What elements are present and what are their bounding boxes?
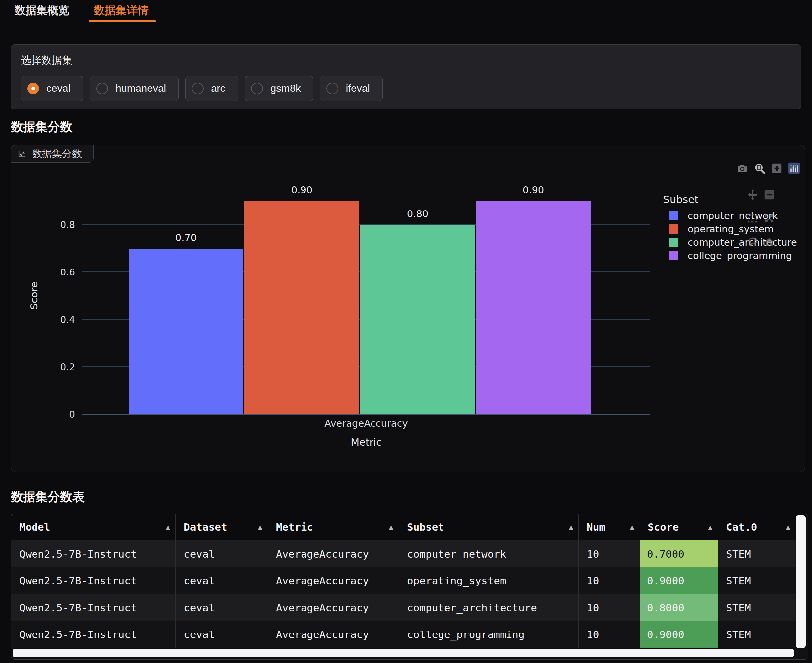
table-cell: 10 xyxy=(579,621,640,648)
column-header-score[interactable]: Score▲ xyxy=(640,514,718,540)
radio-option-humaneval[interactable]: humaneval xyxy=(90,76,179,101)
y-tick-label: 0.8 xyxy=(60,220,75,230)
table-cell: 10 xyxy=(579,567,640,594)
column-header-label: Cat.0 xyxy=(726,521,757,533)
table-cell: AverageAccuracy xyxy=(268,567,399,594)
legend-item-operating_system[interactable]: operating_system xyxy=(663,225,809,234)
column-header-label: Model xyxy=(19,521,50,533)
bar-value-label: 0.80 xyxy=(407,208,429,220)
zoom-out-icon[interactable] xyxy=(763,189,775,201)
zoom-icon[interactable] xyxy=(754,162,765,175)
table-cell: ceval xyxy=(176,540,268,567)
table-cell: STEM xyxy=(718,567,796,594)
table-row: Qwen2.5-7B-InstructcevalAverageAccuracyc… xyxy=(11,621,796,648)
bar-college_programming xyxy=(476,201,591,414)
radio-option-gsm8k[interactable]: gsm8k xyxy=(245,76,313,101)
table-cell: Qwen2.5-7B-Instruct xyxy=(11,567,176,594)
legend-item-college_programming[interactable]: college_programming xyxy=(663,251,809,260)
score-cell: 0.8000 xyxy=(640,594,718,621)
column-header-subset[interactable]: Subset▲ xyxy=(399,514,579,540)
sort-arrow-icon: ▲ xyxy=(569,523,573,531)
radio-option-label: ifeval xyxy=(346,82,370,94)
autoscale-icon[interactable] xyxy=(763,212,775,225)
bar-operating_system xyxy=(245,201,359,414)
lasso-icon[interactable] xyxy=(747,236,759,248)
table-cell: AverageAccuracy xyxy=(268,594,399,621)
y-tick-label: 0.4 xyxy=(60,314,75,325)
table-vertical-scrollbar[interactable] xyxy=(796,516,806,648)
plot-modebar-side xyxy=(747,189,775,248)
bar-computer_network xyxy=(129,249,243,414)
home-icon[interactable] xyxy=(763,236,775,248)
column-header-metric[interactable]: Metric▲ xyxy=(268,514,399,540)
radio-circle-icon xyxy=(326,82,338,94)
pan-icon[interactable] xyxy=(747,189,759,201)
column-header-label: Metric xyxy=(276,521,313,533)
score-cell: 0.9000 xyxy=(640,621,718,648)
table-cell: AverageAccuracy xyxy=(268,621,399,648)
radio-circle-icon xyxy=(192,82,204,94)
column-header-num[interactable]: Num▲ xyxy=(579,514,640,540)
zoom-in-icon[interactable] xyxy=(771,162,783,175)
plot-label-text: 数据集分数 xyxy=(32,147,82,161)
table-cell: ceval xyxy=(176,621,268,648)
bar-computer_architecture xyxy=(360,225,475,414)
bar-value-label: 0.90 xyxy=(291,184,313,196)
box-select-icon[interactable] xyxy=(747,212,759,225)
sort-arrow-icon: ▲ xyxy=(165,523,170,531)
bar-value-label: 0.90 xyxy=(523,184,544,196)
dataset-selector-label: 选择数据集 xyxy=(21,53,791,67)
legend-swatch-icon xyxy=(669,225,678,234)
dataset-selector-panel: 选择数据集 cevalhumanevalarcgsm8kifeval xyxy=(11,44,801,109)
tab-dataset-details[interactable]: 数据集详情 xyxy=(94,0,149,21)
tab-dataset-overview[interactable]: 数据集概览 xyxy=(15,0,69,21)
legend-item-computer_network[interactable]: computer_network xyxy=(663,211,809,220)
dataset-radio-group: cevalhumanevalarcgsm8kifeval xyxy=(21,76,791,101)
x-tick-label: AverageAccuracy xyxy=(324,418,408,429)
table-cell: operating_system xyxy=(399,567,579,594)
plot-label-chip: 数据集分数 xyxy=(11,145,94,163)
radio-option-label: gsm8k xyxy=(270,82,300,94)
table-cell: ceval xyxy=(176,594,268,621)
table-cell: STEM xyxy=(718,594,796,621)
legend-swatch-icon xyxy=(669,251,678,260)
table-cell: 10 xyxy=(579,594,640,621)
tab-bar: 数据集概览 数据集详情 xyxy=(0,0,812,21)
plot-modebar-top xyxy=(736,162,800,175)
table-horizontal-scrollbar[interactable] xyxy=(13,649,794,657)
score-cell: 0.7000 xyxy=(640,540,718,567)
camera-icon[interactable] xyxy=(736,162,748,175)
sort-arrow-icon: ▲ xyxy=(708,523,713,531)
column-header-label: Subset xyxy=(407,521,444,533)
radio-option-arc[interactable]: arc xyxy=(185,76,238,101)
table-cell: 10 xyxy=(579,540,640,567)
legend-swatch-icon xyxy=(669,211,678,220)
column-header-label: Num xyxy=(587,521,605,533)
y-tick-label: 0.6 xyxy=(60,267,75,278)
column-header-model[interactable]: Model▲ xyxy=(11,514,176,540)
x-axis-title: Metric xyxy=(351,436,381,448)
radio-option-label: arc xyxy=(211,82,225,94)
scores-table: Model▲Dataset▲Metric▲Subset▲Num▲Score▲Ca… xyxy=(11,514,796,648)
table-row: Qwen2.5-7B-InstructcevalAverageAccuracyc… xyxy=(11,540,796,567)
legend-item-label: computer_architecture xyxy=(687,237,797,248)
column-header-label: Dataset xyxy=(184,521,227,533)
radio-option-ceval[interactable]: ceval xyxy=(21,76,83,101)
plotly-logo-icon[interactable] xyxy=(788,162,800,175)
radio-option-ifeval[interactable]: ifeval xyxy=(320,76,382,101)
radio-option-label: ceval xyxy=(47,82,70,94)
y-tick-label: 0 xyxy=(69,409,75,420)
legend-item-computer_architecture[interactable]: computer_architecture xyxy=(663,238,809,247)
legend-title: Subset xyxy=(663,193,809,205)
score-cell: 0.9000 xyxy=(640,567,718,594)
table-cell: Qwen2.5-7B-Instruct xyxy=(11,621,176,648)
table-section-title: 数据集分数表 xyxy=(11,488,84,505)
table-cell: computer_network xyxy=(399,540,579,567)
column-header-cat-0[interactable]: Cat.0▲ xyxy=(718,514,796,540)
column-header-dataset[interactable]: Dataset▲ xyxy=(176,514,268,540)
table-cell: ceval xyxy=(176,567,268,594)
table-header-row: Model▲Dataset▲Metric▲Subset▲Num▲Score▲Ca… xyxy=(11,514,796,540)
table-row: Qwen2.5-7B-InstructcevalAverageAccuracyo… xyxy=(11,567,796,594)
radio-option-label: humaneval xyxy=(115,82,166,94)
chart-panel: 数据集分数 00.20.40.60.80.700.900.800.90Avera… xyxy=(11,145,805,472)
